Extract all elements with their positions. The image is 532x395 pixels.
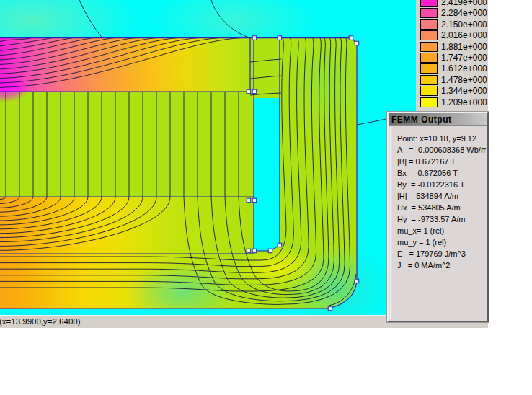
legend-color-swatch — [420, 86, 438, 96]
output-window-content: Point: x=10.18, y=9.12 A = -0.000608368 … — [390, 127, 486, 319]
legend-value: 2.150e+000 — [441, 19, 487, 30]
point-property-line: E = 179769 J/m^3 — [397, 248, 486, 259]
legend-row: 1.612e+000 — [420, 63, 487, 74]
magnetics-plot-viewport[interactable] — [0, 0, 416, 315]
legend-color-swatch — [420, 97, 438, 107]
output-window-title: FEMM Output — [391, 115, 451, 125]
output-window-titlebar[interactable]: FEMM Output — [389, 113, 487, 126]
femm-app-window: 2.419e+000 2.284e+000 2.150e+000 2.016e+… — [0, 0, 532, 395]
femm-output-window[interactable]: FEMM Output Point: x=10.18, y=9.12 A = -… — [387, 112, 489, 322]
legend-value: 1.612e+000 — [441, 63, 487, 74]
density-legend: 2.419e+000 2.284e+000 2.150e+000 2.016e+… — [420, 0, 487, 108]
legend-color-swatch — [420, 42, 438, 52]
point-property-line: A = -0.000608368 Wb/m — [397, 144, 486, 156]
legend-row: 1.747e+000 — [420, 53, 487, 63]
legend-color-swatch — [420, 30, 438, 40]
legend-row: 1.344e+000 — [420, 86, 487, 96]
legend-row: 1.478e+000 — [420, 75, 487, 85]
legend-row: 1.209e+000 — [420, 97, 487, 107]
legend-value: 2.284e+000 — [441, 8, 487, 18]
legend-value: 1.209e+000 — [441, 97, 487, 107]
legend-row: 1.881e+000 — [420, 42, 487, 52]
legend-value: 1.344e+000 — [441, 86, 487, 96]
point-property-line: By = -0.0122316 T — [397, 179, 486, 190]
cursor-coordinates: (x=13.9900,y=2.6400) — [0, 317, 81, 326]
point-property-line: |B| = 0.672167 T — [397, 156, 486, 167]
point-property-line: Hx = 534805 A/m — [397, 202, 486, 213]
point-property-line: mu_y = 1 (rel) — [397, 236, 486, 248]
legend-value: 1.478e+000 — [441, 75, 487, 85]
legend-value: 2.016e+000 — [441, 30, 487, 40]
legend-value: 1.881e+000 — [441, 42, 487, 52]
legend-row: 2.419e+000 — [420, 0, 487, 7]
point-property-line: mu_x= 1 (rel) — [397, 225, 486, 236]
slot-air-region — [254, 98, 280, 251]
legend-row: 2.150e+000 — [420, 19, 487, 30]
legend-color-swatch — [420, 19, 438, 30]
density-plot[interactable] — [0, 0, 416, 315]
legend-row: 2.284e+000 — [420, 8, 487, 18]
point-property-line: Bx = 0.672056 T — [397, 167, 486, 179]
magnet-region — [0, 37, 250, 92]
point-property-line: J = 0 MA/m^2 — [397, 259, 486, 271]
legend-color-swatch — [420, 63, 438, 74]
legend-value: 1.747e+000 — [441, 53, 487, 63]
point-property-line: Hy = -9733.57 A/m — [397, 213, 486, 225]
legend-value: 2.419e+000 — [441, 0, 487, 7]
point-property-line: Point: x=10.18, y=9.12 — [397, 133, 486, 144]
legend-color-swatch — [420, 75, 438, 85]
legend-color-swatch — [420, 0, 438, 7]
legend-row: 2.016e+000 — [420, 30, 487, 40]
legend-color-swatch — [420, 53, 438, 63]
legend-color-swatch — [420, 8, 438, 18]
point-property-line: |H| = 534894 A/m — [397, 190, 486, 202]
